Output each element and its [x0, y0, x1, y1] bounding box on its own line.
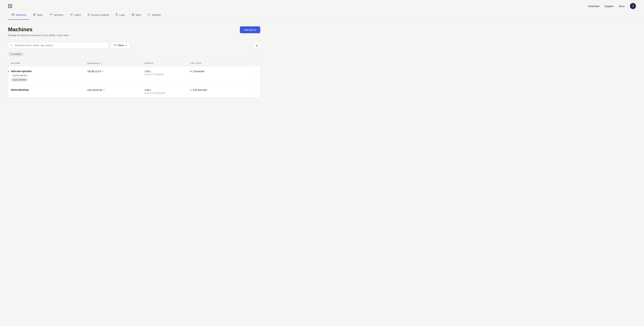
- col-header-last-seen: Last Seen: [190, 62, 247, 65]
- row-more-button[interactable]: ···: [247, 88, 258, 92]
- toolbar: Filters: [8, 42, 260, 49]
- main-content: Machines Manage the devices connected to…: [0, 20, 268, 105]
- svg-line-21: [12, 46, 12, 46]
- svg-point-8: [51, 15, 51, 15]
- last-seen-text: 8:35 AM GMT: [193, 89, 207, 91]
- topbar: Download Support Docs J: [0, 0, 644, 9]
- machine-name[interactable]: ilmiontdesktop: [11, 88, 87, 91]
- version-cell: 1.56.1 Linux 6.2.0-37-generic: [144, 70, 190, 76]
- nav-label-settings: Settings: [152, 14, 161, 16]
- machine-cell: tailscale-operator tag:k8s-operator Expi…: [11, 70, 87, 81]
- access-controls-icon: [88, 13, 90, 17]
- dns-icon: [132, 13, 134, 17]
- addresses-info-icon[interactable]: i: [100, 62, 103, 65]
- machines-table: Machine Addresses i Version Last Seen ta…: [8, 60, 260, 98]
- version-number: 1.56.1: [144, 70, 190, 73]
- grid-menu-icon[interactable]: [8, 4, 12, 8]
- filter-icon: [114, 44, 116, 47]
- machine-count-badge: 5 machines: [8, 52, 24, 56]
- search-input[interactable]: [8, 42, 109, 49]
- nav-item-settings[interactable]: Settings: [144, 11, 164, 20]
- ip-address: 100.98.213.8: [87, 70, 101, 73]
- machine-name[interactable]: tailscale-operator: [11, 70, 87, 73]
- table-row: tailscale-operator tag:k8s-operator Expi…: [8, 66, 260, 85]
- nav-item-apps[interactable]: Apps: [30, 11, 46, 20]
- nav-label-machines: Machines: [16, 14, 26, 16]
- filters-chevron-icon: [125, 44, 127, 47]
- svg-rect-7: [34, 15, 36, 16]
- nav-item-services[interactable]: Services: [46, 11, 67, 20]
- nav-item-machines[interactable]: Machines: [8, 11, 30, 20]
- nav-label-access-controls: Access controls: [91, 14, 109, 16]
- address-cell: 100.98.213.8: [87, 70, 144, 73]
- nav-item-users[interactable]: Users: [67, 11, 84, 20]
- page-header: Machines Manage the devices connected to…: [8, 26, 260, 37]
- services-icon: [50, 14, 52, 17]
- add-device-button[interactable]: Add device: [240, 26, 260, 33]
- nav-label-users: Users: [74, 14, 81, 16]
- support-link[interactable]: Support: [604, 5, 614, 8]
- svg-point-2: [14, 14, 14, 14]
- nav-item-dns[interactable]: DNS: [128, 11, 144, 20]
- subtitle-text: Manage the devices connected to your tai…: [8, 34, 56, 37]
- arrow-head: [8, 70, 9, 72]
- topbar-right: Download Support Docs J: [588, 3, 636, 9]
- toolbar-right: [254, 42, 260, 49]
- address-expand-icon[interactable]: [102, 71, 104, 72]
- col-header-actions: [247, 62, 258, 65]
- machine-tags: tag:k8s-operator Expiry disabled: [11, 74, 87, 81]
- users-icon: [70, 13, 73, 17]
- last-seen-cell: 8:35 AM GMT: [190, 88, 247, 91]
- row-more-button[interactable]: ···: [247, 70, 258, 74]
- svg-point-10: [72, 14, 72, 14]
- topbar-left: [8, 4, 12, 8]
- version-cell: 1.56.1 Linux 5.4.0-169-generic: [144, 88, 190, 94]
- table-header: Machine Addresses i Version Last Seen: [8, 60, 260, 66]
- svg-rect-6: [34, 15, 34, 16]
- download-link[interactable]: Download: [588, 5, 600, 8]
- col-header-addresses: Addresses i: [87, 62, 144, 65]
- status-dot-connected: [190, 71, 192, 72]
- nav-item-access-controls[interactable]: Access controls: [84, 11, 112, 20]
- avatar[interactable]: J: [630, 3, 636, 9]
- address-cell: 100.118.83.98: [87, 88, 144, 91]
- apps-icon: [33, 13, 36, 17]
- filters-label: Filters: [118, 44, 124, 47]
- docs-link[interactable]: Docs: [619, 5, 624, 8]
- nav-label-logs: Logs: [119, 14, 125, 16]
- ip-address: 100.118.83.98: [87, 89, 102, 91]
- address-expand-icon[interactable]: [103, 89, 105, 91]
- svg-point-19: [148, 14, 150, 15]
- col-header-version: Version: [144, 62, 190, 65]
- tag-badge[interactable]: tag:k8s-operator: [11, 74, 29, 77]
- svg-point-12: [88, 15, 89, 15]
- last-seen-cell: Connected: [190, 70, 247, 73]
- svg-point-3: [14, 15, 14, 15]
- status-dot-offline: [190, 89, 192, 91]
- filters-button[interactable]: Filters: [111, 42, 130, 49]
- version-number: 1.56.1: [144, 89, 190, 91]
- export-button[interactable]: [254, 42, 260, 49]
- learn-more-link[interactable]: Learn more →: [57, 34, 72, 37]
- search-icon: [10, 44, 13, 47]
- main-nav: Machines Apps Services: [0, 11, 644, 20]
- table-row: ilmiontdesktop 100.118.83.98 1.56.1 Linu…: [8, 85, 260, 98]
- logs-icon: [116, 13, 118, 17]
- version-os: Linux 6.2.0-37-generic: [144, 73, 190, 76]
- last-seen-text: Connected: [193, 70, 204, 73]
- settings-icon: [148, 13, 150, 17]
- machines-icon: [12, 13, 14, 17]
- version-os: Linux 5.4.0-169-generic: [144, 92, 190, 94]
- page-title-section: Machines Manage the devices connected to…: [8, 26, 72, 37]
- expiry-badge: Expiry disabled: [11, 78, 28, 81]
- svg-rect-5: [34, 14, 36, 15]
- nav-label-services: Services: [54, 14, 64, 16]
- arrow-annotation: [8, 70, 9, 72]
- machine-cell: ilmiontdesktop: [11, 88, 87, 92]
- page-title: Machines: [8, 26, 72, 33]
- nav-label-dns: DNS: [136, 14, 141, 16]
- search-wrapper: [8, 42, 109, 49]
- col-header-machine: Machine: [11, 62, 87, 65]
- nav-item-logs[interactable]: Logs: [112, 11, 128, 20]
- svg-point-9: [71, 14, 72, 15]
